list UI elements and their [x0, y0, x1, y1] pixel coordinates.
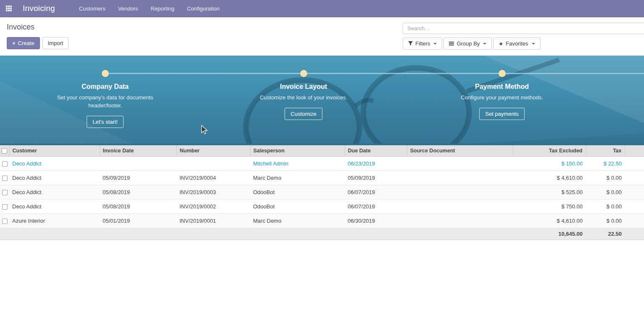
group-by-button-label: Group By	[457, 40, 480, 47]
select-all-checkbox[interactable]	[2, 148, 7, 154]
app-title[interactable]: Invoicing	[23, 4, 55, 13]
cell-due-date: 06/23/2019	[345, 157, 407, 171]
col-header-source-document[interactable]: Source Document	[407, 145, 513, 157]
star-icon: ★	[499, 41, 503, 46]
table-row[interactable]: Deco Addict 05/08/2019 INV/2019/0002 Odo…	[0, 200, 644, 214]
table-row[interactable]: Deco Addict 05/09/2019 INV/2019/0004 Mar…	[0, 171, 644, 185]
row-checkbox[interactable]	[2, 161, 8, 167]
col-header-number[interactable]: Number	[177, 145, 250, 157]
col-header-invoice-date[interactable]: Invoice Date	[100, 145, 177, 157]
lets-start-button[interactable]: Let's start!	[87, 116, 124, 128]
table-header-row: Customer Invoice Date Number Salesperson…	[0, 145, 644, 157]
invoice-table-body: Deco Addict Mitchell Admin 06/23/2019 $ …	[0, 157, 644, 228]
onboarding-step-payment-method: Payment Method Configure your payment me…	[403, 56, 601, 144]
cell-tax: $ 0.00	[586, 214, 625, 228]
plus-icon: +	[12, 40, 16, 46]
col-header-salesperson[interactable]: Salesperson	[250, 145, 345, 157]
cell-source-document	[407, 185, 513, 200]
step-description: Set your company's data for documents he…	[50, 93, 160, 109]
table-footer-row: 10,645.00 22.50	[0, 228, 644, 240]
import-button[interactable]: Import	[42, 37, 69, 49]
create-button[interactable]: + Create	[7, 37, 40, 49]
cell-invoice-date: 05/08/2019	[100, 185, 177, 200]
select-all-header	[0, 145, 9, 157]
progress-dot	[300, 70, 307, 77]
page-title: Invoices	[7, 23, 69, 32]
row-checkbox-cell	[0, 200, 9, 214]
cell-salesperson: Mitchell Admin	[250, 157, 345, 171]
row-checkbox[interactable]	[2, 176, 8, 181]
onboarding-banner: Company Data Set your company's data for…	[0, 56, 644, 145]
filters-button[interactable]: Filters	[403, 37, 442, 50]
col-header-tax-excluded[interactable]: Tax Excluded	[513, 145, 586, 157]
cell-due-date: 06/30/2019	[345, 214, 407, 228]
cell-spacer	[625, 214, 644, 228]
cell-spacer	[625, 185, 644, 200]
cell-number: INV/2019/0001	[177, 214, 250, 228]
cell-due-date: 06/07/2019	[345, 200, 407, 214]
col-header-tax[interactable]: Tax	[586, 145, 625, 157]
cell-source-document	[407, 200, 513, 214]
cell-tax-excluded: $ 150.00	[513, 157, 586, 171]
favorites-button[interactable]: ★ Favorites	[493, 37, 540, 50]
cell-tax: $ 0.00	[586, 185, 625, 200]
cell-spacer	[625, 157, 644, 171]
caret-down-icon	[483, 43, 486, 45]
cell-source-document	[407, 171, 513, 185]
menu-customers[interactable]: Customers	[73, 0, 112, 17]
cell-tax-excluded: $ 4,610.00	[513, 214, 586, 228]
cell-invoice-date: 05/08/2019	[100, 200, 177, 214]
cell-customer: Deco Addict	[9, 171, 100, 185]
cell-customer: Deco Addict	[9, 157, 100, 171]
onboarding-step-invoice-layout: Invoice Layout Customize the look of you…	[204, 56, 403, 144]
tax-excluded-total: 10,645.00	[513, 228, 586, 240]
cell-tax-excluded: $ 4,610.00	[513, 171, 586, 185]
caret-down-icon	[532, 43, 535, 45]
cell-customer: Deco Addict	[9, 200, 100, 214]
row-checkbox-cell	[0, 185, 9, 200]
cell-number: INV/2019/0003	[177, 185, 250, 200]
col-header-due-date[interactable]: Due Date	[345, 145, 407, 157]
cell-customer: Azure Interior	[9, 214, 100, 228]
row-checkbox[interactable]	[2, 218, 8, 224]
cell-tax: $ 22.50	[586, 157, 625, 171]
row-checkbox-cell	[0, 214, 9, 228]
import-button-label: Import	[48, 40, 63, 46]
onboarding-step-company-data: Company Data Set your company's data for…	[6, 56, 204, 144]
step-description: Configure your payment methods.	[461, 93, 543, 101]
cell-salesperson: OdooBot	[250, 185, 345, 200]
progress-dot	[102, 70, 109, 77]
step-title: Payment Method	[475, 83, 529, 91]
row-checkbox-cell	[0, 171, 9, 185]
customize-button[interactable]: Customize	[285, 108, 322, 120]
cell-due-date: 06/07/2019	[345, 185, 407, 200]
table-row[interactable]: Deco Addict 05/08/2019 INV/2019/0003 Odo…	[0, 185, 644, 200]
step-description: Customize the look of your invoices.	[260, 93, 347, 101]
cell-spacer	[625, 200, 644, 214]
cell-source-document	[407, 214, 513, 228]
col-header-customer[interactable]: Customer	[9, 145, 100, 157]
group-by-button[interactable]: Group By	[443, 37, 492, 50]
row-checkbox[interactable]	[2, 190, 8, 195]
table-row[interactable]: Deco Addict Mitchell Admin 06/23/2019 $ …	[0, 157, 644, 171]
cell-number: INV/2019/0002	[177, 200, 250, 214]
apps-menu-icon[interactable]	[6, 5, 12, 11]
cell-salesperson: Marc Demo	[250, 171, 345, 185]
row-checkbox[interactable]	[2, 204, 8, 210]
menu-configuration[interactable]: Configuration	[181, 0, 226, 17]
cell-salesperson: OdooBot	[250, 200, 345, 214]
tax-total: 22.50	[586, 228, 625, 240]
menu-reporting[interactable]: Reporting	[144, 0, 180, 17]
cell-source-document	[407, 157, 513, 171]
set-payments-button[interactable]: Set payments	[479, 108, 525, 120]
search-input[interactable]	[403, 23, 644, 34]
row-checkbox-cell	[0, 157, 9, 171]
cell-invoice-date: 05/01/2019	[100, 214, 177, 228]
cell-invoice-date	[100, 157, 177, 171]
filters-button-label: Filters	[415, 40, 430, 47]
table-row[interactable]: Azure Interior 05/01/2019 INV/2019/0001 …	[0, 214, 644, 228]
menu-vendors[interactable]: Vendors	[112, 0, 145, 17]
cell-salesperson: Marc Demo	[250, 214, 345, 228]
cell-tax: $ 0.00	[586, 200, 625, 214]
navbar-menu: Customers Vendors Reporting Configuratio…	[73, 0, 226, 17]
